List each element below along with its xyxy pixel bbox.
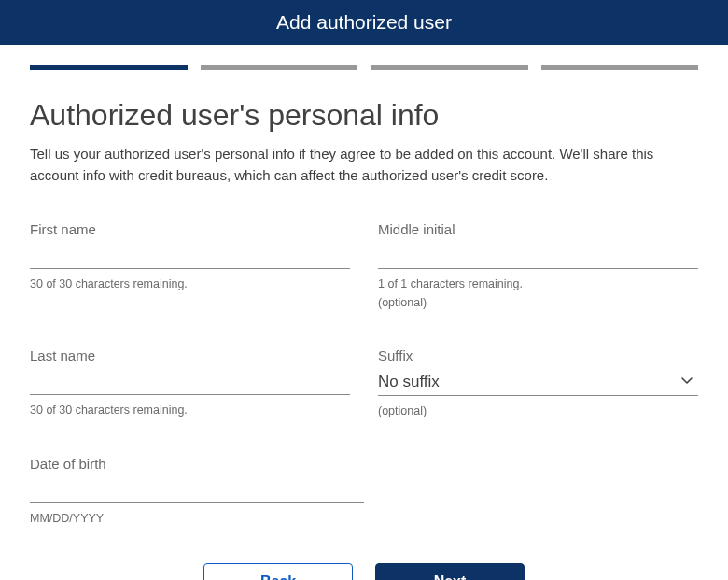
first-name-group: First name 30 of 30 characters remaining… (30, 221, 350, 312)
middle-initial-group: Middle initial 1 of 1 characters remaini… (378, 221, 698, 312)
page-title: Authorized user's personal info (30, 98, 698, 133)
last-name-label: Last name (30, 347, 350, 363)
next-button[interactable]: Next (375, 563, 525, 580)
suffix-select-wrapper[interactable]: No suffix (378, 369, 698, 396)
middle-initial-input[interactable] (378, 243, 698, 269)
suffix-label: Suffix (378, 347, 698, 363)
progress-bar (30, 65, 698, 70)
form-row-dob: Date of birth MM/DD/YYYY (30, 456, 698, 528)
dob-group: Date of birth MM/DD/YYYY (30, 456, 364, 528)
suffix-select[interactable]: No suffix (378, 369, 698, 395)
middle-initial-optional: (optional) (378, 293, 698, 312)
last-name-helper: 30 of 30 characters remaining. (30, 401, 350, 419)
suffix-helper: (optional) (378, 402, 698, 420)
progress-step-3 (371, 65, 528, 70)
middle-initial-helper: 1 of 1 characters remaining. (optional) (378, 275, 698, 312)
page-header-title: Add authorized user (276, 11, 452, 33)
last-name-group: Last name 30 of 30 characters remaining. (30, 347, 350, 420)
middle-initial-label: Middle initial (378, 221, 698, 237)
first-name-input[interactable] (30, 243, 350, 269)
button-row: Back Next (30, 563, 698, 580)
form-row-name: First name 30 of 30 characters remaining… (30, 221, 698, 312)
progress-step-2 (201, 65, 358, 70)
back-button[interactable]: Back (203, 563, 353, 580)
dob-helper: MM/DD/YYYY (30, 509, 364, 528)
progress-step-4 (541, 65, 699, 70)
progress-step-1 (30, 65, 188, 70)
form-row-lastname: Last name 30 of 30 characters remaining.… (30, 347, 698, 420)
dob-input[interactable] (30, 477, 364, 503)
suffix-optional: (optional) (378, 402, 698, 420)
last-name-input[interactable] (30, 369, 350, 395)
middle-initial-helper-text: 1 of 1 characters remaining. (378, 277, 523, 290)
suffix-group: Suffix No suffix (optional) (378, 347, 698, 420)
dob-label: Date of birth (30, 456, 364, 472)
page-description: Tell us your authorized user's personal … (30, 144, 698, 186)
page-header: Add authorized user (0, 0, 728, 45)
first-name-label: First name (30, 221, 350, 237)
first-name-helper: 30 of 30 characters remaining. (30, 275, 350, 293)
content-area: Authorized user's personal info Tell us … (0, 45, 728, 580)
